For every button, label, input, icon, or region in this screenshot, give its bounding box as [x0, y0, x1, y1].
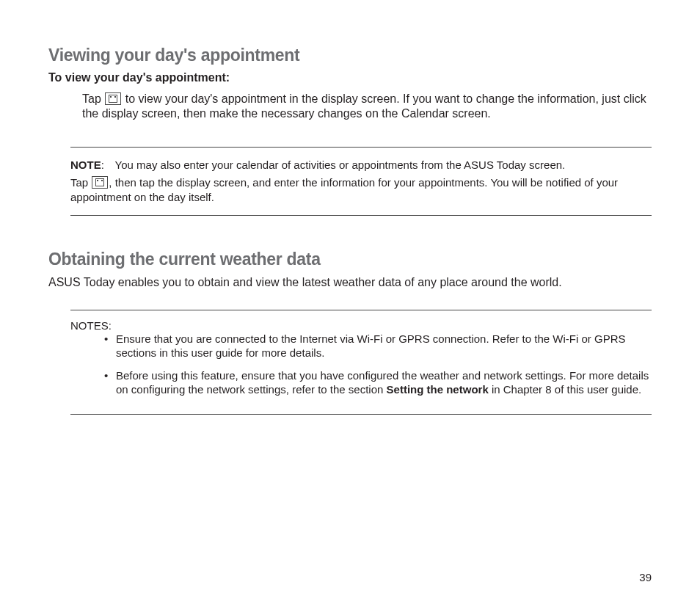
subheading-to-view: To view your day's appointment:: [48, 71, 652, 84]
note-line2-pre: Tap: [70, 176, 91, 189]
page-number: 39: [639, 571, 652, 583]
notes-bullet-list: Ensure that you are connected to the Int…: [70, 332, 652, 397]
item-text-post: in Chapter 8 of this user guide.: [489, 383, 641, 396]
list-item: Before using this feature, ensure that y…: [104, 368, 652, 396]
note-line-1: NOTE: You may also enter your calendar o…: [70, 158, 652, 172]
note-line1-text: : You may also enter your calendar of ac…: [101, 159, 566, 171]
calendar-icon: [92, 176, 108, 189]
document-page: Viewing your day's appointment To view y…: [0, 0, 700, 604]
section-weather: Obtaining the current weather data ASUS …: [48, 250, 652, 291]
para-text-post: to view your day's appointment in the di…: [82, 92, 646, 120]
section-heading-appointment: Viewing your day's appointment: [48, 46, 652, 65]
calendar-icon: [105, 92, 121, 105]
section-heading-weather: Obtaining the current weather data: [48, 250, 652, 269]
weather-description: ASUS Today enables you to obtain and vie…: [48, 275, 652, 291]
para-text-pre: Tap: [82, 92, 104, 105]
note-block-calendar: NOTE: You may also enter your calendar o…: [70, 147, 652, 216]
notes-label: NOTES: [70, 319, 109, 332]
note-line2-post: , then tap the display screen, and enter…: [70, 176, 618, 203]
item-text-pre: Ensure that you are connected to the Int…: [116, 332, 625, 359]
notes-label-row: NOTES:: [70, 319, 652, 332]
note-block-weather: NOTES: Ensure that you are connected to …: [70, 310, 652, 415]
note-line-2: Tap , then tap the display screen, and e…: [70, 175, 652, 205]
notes-colon: :: [109, 319, 112, 332]
note-label: NOTE: [70, 159, 101, 171]
list-item: Ensure that you are connected to the Int…: [104, 332, 652, 360]
appointment-instruction: Tap to view your day's appointment in th…: [48, 92, 652, 122]
item-text-bold: Setting the network: [387, 383, 489, 396]
